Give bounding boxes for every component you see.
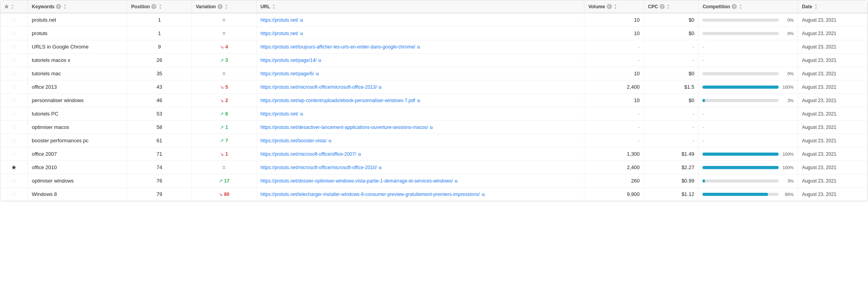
sort-icons-keywords[interactable]: ▲▼ <box>63 4 66 9</box>
sort-icons-cpc[interactable]: ▲▼ <box>667 4 670 9</box>
col-header-volume[interactable]: Volume ? ▲▼ <box>584 0 644 13</box>
star-toggle[interactable]: ☆ <box>11 124 17 130</box>
variation-cell: ↘4 <box>191 40 256 54</box>
url-link[interactable]: https://protuts.net/desactiver-lancement… <box>260 125 433 130</box>
position-cell: 79 <box>127 188 192 201</box>
url-link[interactable]: https://protuts.net/page/6/ ⧉ <box>260 71 319 76</box>
sort-icons-variation[interactable]: ▲▼ <box>225 4 228 9</box>
star-toggle[interactable]: ☆ <box>11 177 17 184</box>
sort-icons-competition[interactable]: ▲▼ <box>739 4 742 9</box>
col-header-variation[interactable]: Variation ? ▲▼ <box>191 0 256 13</box>
star-toggle[interactable]: ☆ <box>11 110 17 117</box>
col-header-date[interactable]: Date ▲▼ <box>798 0 868 13</box>
col-header-url[interactable]: URL ▲▼ <box>256 0 584 13</box>
cpc-dash: - <box>693 44 694 50</box>
variation-equal-icon: = <box>222 30 225 37</box>
cpc-dash: - <box>693 138 694 144</box>
url-link[interactable]: https://protuts.net/ ⧉ <box>260 31 303 36</box>
star-toggle[interactable]: ☆ <box>11 191 17 198</box>
url-link[interactable]: https://protuts.net/page/14/ ⧉ <box>260 58 322 63</box>
variation-number: 7 <box>225 138 228 144</box>
volume-cell: 10 <box>584 13 644 27</box>
external-link-icon: ⧉ <box>299 18 303 22</box>
variation-help-icon[interactable]: ? <box>217 4 223 9</box>
url-link[interactable]: https://protuts.net/ ⧉ <box>260 17 303 23</box>
sort-icons-position[interactable]: ▲▼ <box>159 4 162 9</box>
url-cell: https://protuts.net/microsoft-office/off… <box>256 147 584 161</box>
competition-bar-fill <box>703 179 705 183</box>
variation-number: 4 <box>225 44 228 50</box>
volume-dash: - <box>638 44 639 50</box>
keyword-cell: tutoriels mac <box>28 67 127 80</box>
cpc-help-icon[interactable]: ? <box>660 4 665 9</box>
variation-up-icon: ↗ <box>219 178 223 184</box>
url-cell: https://protuts.net/ ⧉ <box>256 27 584 40</box>
url-link[interactable]: https://protuts.net/dossier-optimiser-wi… <box>260 178 457 184</box>
col-header-star[interactable]: ☆ ▲▼ <box>0 0 28 13</box>
url-link[interactable]: https://protuts.net/microsoft-office/off… <box>260 151 361 157</box>
competition-cell: - <box>699 40 798 54</box>
star-toggle[interactable]: ☆ <box>11 70 17 77</box>
external-link-icon: ⧉ <box>429 125 433 130</box>
sort-icons-star[interactable]: ▲▼ <box>11 4 14 9</box>
table-row: ☆protuts1=https://protuts.net/ ⧉10$00%Au… <box>0 27 868 40</box>
position-cell: 61 <box>127 134 192 147</box>
volume-dash: - <box>638 138 639 144</box>
variation-equal-icon: = <box>222 71 225 77</box>
keywords-help-icon[interactable]: ? <box>56 4 61 9</box>
col-header-keywords[interactable]: Keywords ? ▲▼ <box>28 0 127 13</box>
star-cell: ★ <box>0 161 28 174</box>
date-cell: August 23, 2021 <box>798 54 868 67</box>
star-toggle[interactable]: ☆ <box>11 97 17 104</box>
competition-bar-fill <box>703 166 779 169</box>
volume-help-icon[interactable]: ? <box>607 4 612 9</box>
star-toggle[interactable]: ☆ <box>11 30 17 37</box>
col-header-cpc[interactable]: CPC ? ▲▼ <box>644 0 699 13</box>
volume-cell: 9,900 <box>584 188 644 201</box>
url-link[interactable]: https://protuts.net/ ⧉ <box>260 111 303 117</box>
star-toggle[interactable]: ☆ <box>11 57 17 63</box>
url-link[interactable]: https://protuts.net/toujours-afficher-le… <box>260 44 420 50</box>
competition-help-icon[interactable]: ? <box>732 4 737 9</box>
competition-dash: - <box>703 44 704 50</box>
url-link[interactable]: https://protuts.net/booster-vista/ ⧉ <box>260 138 331 144</box>
url-link[interactable]: https://protuts.net/microsoft-office/mic… <box>260 84 381 90</box>
keyword-cell: URLS in Google Chrome <box>28 40 127 54</box>
star-toggle[interactable]: ☆ <box>11 151 17 157</box>
external-link-icon: ⧉ <box>299 112 303 116</box>
url-link[interactable]: https://protuts.net/wp-content/uploads/e… <box>260 98 420 103</box>
position-cell: 76 <box>127 174 192 188</box>
date-label: Date <box>802 4 812 9</box>
keyword-cell: protuts <box>28 27 127 40</box>
star-cell: ☆ <box>0 54 28 67</box>
col-header-competition[interactable]: Competition ? ▲▼ <box>699 0 798 13</box>
competition-bar-background <box>703 19 779 22</box>
competition-cell: 100% <box>699 147 798 161</box>
url-cell: https://protuts.net/microsoft-office/mic… <box>256 161 584 174</box>
star-toggle[interactable]: ☆ <box>11 43 17 50</box>
star-cell: ☆ <box>0 80 28 94</box>
url-cell: https://protuts.net/page/6/ ⧉ <box>256 67 584 80</box>
external-link-icon: ⧉ <box>416 99 420 103</box>
sort-icons-url[interactable]: ▲▼ <box>273 4 275 9</box>
volume-label: Volume <box>588 4 605 9</box>
star-toggle[interactable]: ☆ <box>11 84 17 90</box>
position-cell: 1 <box>127 13 192 27</box>
volume-dash: - <box>638 111 639 117</box>
star-toggle[interactable]: ★ <box>11 164 17 171</box>
variation-number: 5 <box>225 84 228 90</box>
sort-icons-date[interactable]: ▲▼ <box>814 4 817 9</box>
keyword-cell: protuts.net <box>28 13 127 27</box>
position-help-icon[interactable]: ? <box>151 4 156 9</box>
table-body: ☆protuts.net1=https://protuts.net/ ⧉10$0… <box>0 13 868 201</box>
url-link[interactable]: https://protuts.net/microsoft-office/mic… <box>260 165 381 170</box>
sort-icons-volume[interactable]: ▲▼ <box>614 4 617 9</box>
url-cell: https://protuts.net/ ⧉ <box>256 13 584 27</box>
star-toggle[interactable]: ☆ <box>11 17 17 23</box>
cpc-cell: - <box>644 134 699 147</box>
date-cell: August 23, 2021 <box>798 80 868 94</box>
star-toggle[interactable]: ☆ <box>11 137 17 144</box>
url-link[interactable]: https://protuts.net/telecharger-installe… <box>260 192 485 197</box>
cpc-dash: - <box>693 124 694 130</box>
col-header-position[interactable]: Position ? ▲▼ <box>127 0 192 13</box>
